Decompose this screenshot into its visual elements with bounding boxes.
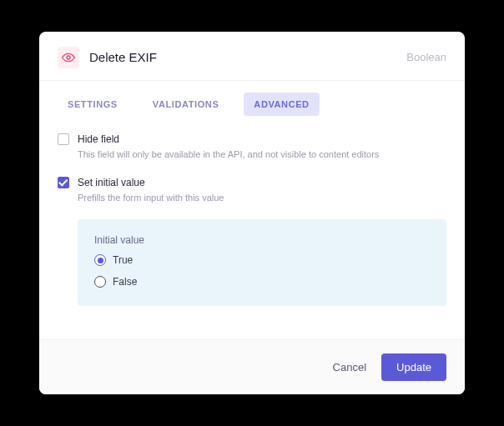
radio-true-label: True xyxy=(113,254,133,266)
option-text: Hide field This field will only be avail… xyxy=(78,133,379,161)
hide-field-label: Hide field xyxy=(78,133,379,147)
header-left: Delete EXIF xyxy=(58,47,157,68)
update-button[interactable]: Update xyxy=(381,353,446,381)
field-title: Delete EXIF xyxy=(89,50,157,64)
option-set-initial: Set initial value Prefills the form inpu… xyxy=(58,176,446,204)
tab-advanced[interactable]: ADVANCED xyxy=(244,93,319,116)
hide-field-description: This field will only be available in the… xyxy=(78,148,379,161)
hide-field-checkbox[interactable] xyxy=(58,133,69,145)
radio-false-label: False xyxy=(113,276,137,288)
set-initial-label: Set initial value xyxy=(78,176,224,190)
option-text: Set initial value Prefills the form inpu… xyxy=(78,176,224,204)
set-initial-checkbox[interactable] xyxy=(58,177,69,188)
initial-value-section-label: Initial value xyxy=(94,234,430,246)
radio-false[interactable] xyxy=(94,276,106,288)
modal-header: Delete EXIF Boolean xyxy=(39,32,465,81)
tabs: SETTINGS VALIDATIONS ADVANCED xyxy=(39,81,465,116)
initial-value-panel: Initial value True False xyxy=(78,219,446,306)
radio-true-row[interactable]: True xyxy=(94,254,430,266)
svg-point-0 xyxy=(67,56,70,59)
field-type-label: Boolean xyxy=(406,51,446,63)
radio-true[interactable] xyxy=(94,254,106,266)
radio-false-row[interactable]: False xyxy=(94,276,430,288)
option-hide-field: Hide field This field will only be avail… xyxy=(58,133,446,161)
modal-footer: Cancel Update xyxy=(39,339,465,394)
tab-validations[interactable]: VALIDATIONS xyxy=(143,93,229,116)
field-settings-modal: Delete EXIF Boolean SETTINGS VALIDATIONS… xyxy=(39,32,465,394)
eye-icon xyxy=(58,47,79,68)
modal-body: Hide field This field will only be avail… xyxy=(39,116,465,339)
set-initial-description: Prefills the form input with this value xyxy=(78,192,224,204)
tab-settings[interactable]: SETTINGS xyxy=(58,93,128,116)
cancel-button[interactable]: Cancel xyxy=(333,361,366,373)
